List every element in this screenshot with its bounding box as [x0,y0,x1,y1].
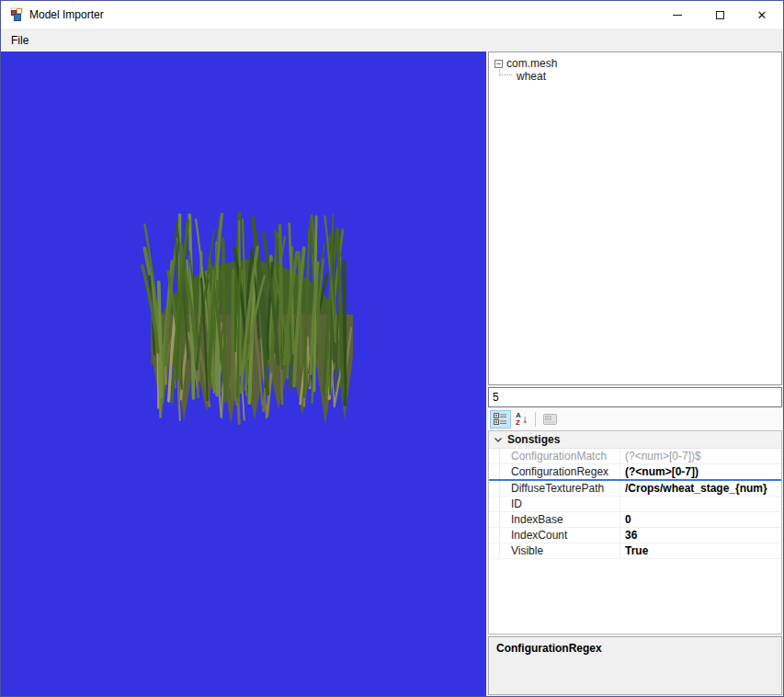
property-name: IndexCount [500,528,620,543]
property-value[interactable]: 36 [620,529,781,542]
property-name: IndexBase [500,512,620,527]
row-indent [489,528,500,543]
chevron-down-icon[interactable] [489,435,507,444]
categorized-button[interactable] [490,410,511,428]
minimize-icon [673,15,682,16]
alphabetical-sort-button[interactable]: AZ ↓ [511,410,532,428]
category-header[interactable]: Sonstiges [489,431,781,449]
property-row-visible[interactable]: VisibleTrue [489,543,781,559]
category-label: Sonstiges [507,433,560,446]
menu-file[interactable]: File [1,29,39,51]
property-help-panel: ConfigurationRegex [488,636,782,695]
row-indent [489,512,500,527]
property-value[interactable]: (?<num>[0-7])$ [620,450,781,463]
menu-bar: File [1,29,783,51]
row-indent [489,543,500,558]
property-value[interactable]: 0 [620,513,781,526]
row-indent [489,497,500,511]
model-viewport[interactable] [1,51,486,696]
property-name: DiffuseTexturePath [500,481,620,496]
property-name: ConfigurationRegex [500,464,620,479]
help-property-name: ConfigurationRegex [496,642,774,655]
row-indent [489,481,500,496]
index-input[interactable] [488,387,782,407]
title-bar: Model Importer ✕ [1,1,783,29]
alphabetical-sort-icon: AZ ↓ [516,412,528,427]
app-icon [9,7,24,22]
categorized-icon [494,413,507,426]
tree-connector-line [499,67,512,75]
maximize-button[interactable] [699,1,741,29]
tree-node-wheat[interactable]: wheat [517,70,546,83]
tree-node-label[interactable]: com.mesh [506,57,557,70]
property-row-id[interactable]: ID [489,497,781,512]
close-icon: ✕ [757,9,767,21]
property-row-indexbase[interactable]: IndexBase0 [489,512,781,528]
property-row-configurationregex[interactable]: ConfigurationRegex(?<num>[0-7]) [489,464,781,481]
toolbar-separator [535,412,536,427]
right-panel: − com.mesh wheat [486,51,783,696]
property-value[interactable]: (?<num>[0-7]) [620,465,781,478]
property-row-configurationmatch[interactable]: ConfigurationMatch(?<num>[0-7])$ [489,449,781,464]
property-name: ConfigurationMatch [500,449,620,463]
property-grid-rows: ConfigurationMatch(?<num>[0-7])$Configur… [489,449,781,559]
propertygrid-toolbar: AZ ↓ [488,408,782,430]
property-row-indexcount[interactable]: IndexCount36 [489,528,781,543]
property-pages-icon [543,414,557,425]
property-name: Visible [500,543,620,558]
maximize-icon [716,11,724,19]
property-pages-button [540,410,561,428]
property-value[interactable]: True [620,544,781,557]
row-indent [489,464,500,479]
property-name: ID [500,497,620,511]
minimize-button[interactable] [656,1,699,29]
property-value[interactable]: /Crops/wheat_stage_{num} [620,482,781,495]
property-grid[interactable]: Sonstiges ConfigurationMatch(?<num>[0-7]… [488,430,782,634]
row-indent [489,449,500,463]
app-window: Model Importer ✕ File − com.mesh wheat [0,0,784,697]
window-title: Model Importer [29,8,104,21]
wheat-model [136,204,362,434]
close-button[interactable]: ✕ [741,1,783,29]
mesh-treeview[interactable]: − com.mesh wheat [488,51,782,385]
property-row-diffusetexturepath[interactable]: DiffuseTexturePath/Crops/wheat_stage_{nu… [489,481,781,497]
